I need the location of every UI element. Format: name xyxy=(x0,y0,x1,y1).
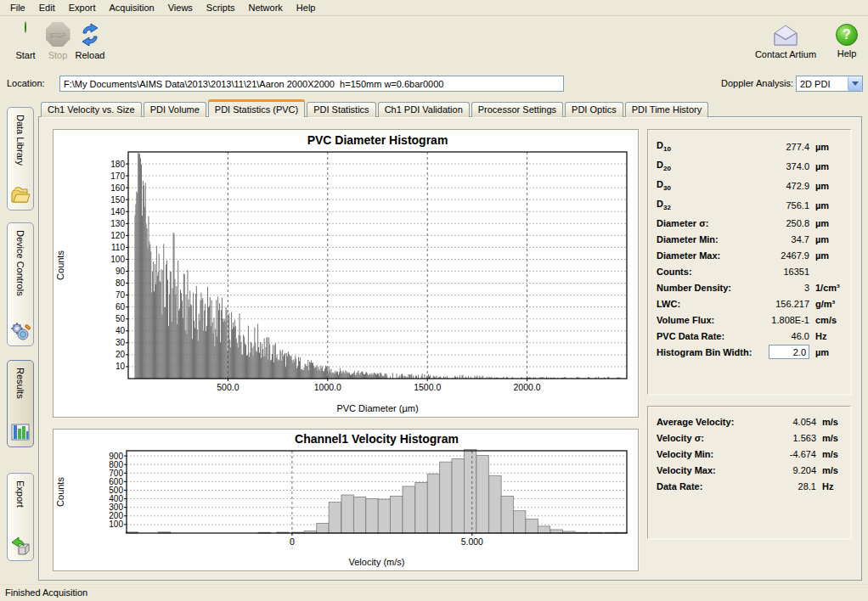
pvc-stats-panel: D10277.4µmD20374.0µmD30472.9µmD32756.1µm… xyxy=(647,129,851,395)
sidebar-item-label: Device Controls xyxy=(15,230,25,296)
sidebar-item-results[interactable]: Results xyxy=(7,360,34,447)
stat-value: 34.7 xyxy=(792,234,809,244)
stat-label: Average Velocity: xyxy=(657,417,734,427)
svg-text:20: 20 xyxy=(116,350,126,359)
svg-text:PVC Diameter (µm): PVC Diameter (µm) xyxy=(336,403,418,413)
chevron-down-icon[interactable] xyxy=(848,76,862,91)
tab-pdi-volume[interactable]: PDI Volume xyxy=(144,102,206,117)
velocity-stats-panel: Average Velocity:4.054m/sVelocity σ:1.56… xyxy=(647,406,851,539)
tab-pdi-statistics-pvc[interactable]: PDI Statistics (PVC) xyxy=(208,99,305,117)
stat-label: Histogram Bin Width: xyxy=(657,347,752,357)
svg-text:Counts: Counts xyxy=(55,477,65,507)
status-bar: Finished Acquisition xyxy=(0,584,868,601)
status-text: Finished Acquisition xyxy=(5,587,87,598)
stat-unit: µm xyxy=(809,142,842,152)
svg-text:100: 100 xyxy=(110,255,125,264)
svg-text:50: 50 xyxy=(116,314,126,323)
location-label: Location: xyxy=(7,78,45,88)
tab-pdi-optics[interactable]: PDI Optics xyxy=(565,102,623,117)
menu-item-edit[interactable]: Edit xyxy=(32,1,62,14)
stat-unit: m/s xyxy=(816,433,842,443)
stat-label: Velocity Max: xyxy=(657,465,716,475)
stat-unit: m/s xyxy=(816,465,842,475)
sidebar-item-export[interactable]: Export xyxy=(7,473,34,561)
stat-row: PVC Data Rate:46.0Hz xyxy=(657,328,842,344)
stat-row: Diameter σ:250.8µm xyxy=(657,215,842,231)
stat-row: Number Density:31/cm³ xyxy=(657,279,842,295)
svg-text:90: 90 xyxy=(116,267,126,276)
svg-text:700: 700 xyxy=(109,469,123,478)
contact-artium-button[interactable]: Contact Artium xyxy=(752,22,819,59)
reload-button[interactable]: Reload xyxy=(66,22,114,60)
tab-ch1-velocity-vs-size[interactable]: Ch1 Velocity vs. Size xyxy=(41,102,142,117)
menu-item-export[interactable]: Export xyxy=(62,1,103,14)
stat-label: Diameter Min: xyxy=(657,234,719,244)
stat-unit: Hz xyxy=(816,481,842,491)
stat-label: Velocity σ: xyxy=(657,433,704,443)
toolbar: Start STOP Stop Reload Contact xyxy=(0,17,868,71)
stat-row: Velocity Max:9.204m/s xyxy=(657,462,842,478)
stat-value: 4.054 xyxy=(792,417,816,427)
tab-pdi-statistics[interactable]: PDI Statistics xyxy=(307,102,375,117)
sidebar-item-label: Export xyxy=(15,480,25,508)
stat-label: PVC Data Rate: xyxy=(657,331,724,341)
sidebar-item-data-library[interactable]: Data Library xyxy=(7,107,34,211)
svg-text:170: 170 xyxy=(110,171,125,181)
svg-text:500: 500 xyxy=(109,486,123,495)
tab-processor-settings[interactable]: Processor Settings xyxy=(471,102,563,117)
channel1-velocity-histogram-svg: Channel1 Velocity HistogramCountsVelocit… xyxy=(54,430,638,570)
gears-icon xyxy=(10,321,31,341)
stat-label: D30 xyxy=(657,179,671,192)
stat-row: D20374.0µm xyxy=(657,156,842,176)
svg-text:600: 600 xyxy=(109,477,123,486)
location-input[interactable] xyxy=(59,76,564,92)
stat-row: Average Velocity:4.054m/s xyxy=(657,413,842,430)
doppler-analysis-select[interactable]: 2D PDI xyxy=(796,76,863,92)
location-row: Location: Doppler Analysis: 2D PDI xyxy=(0,73,868,95)
svg-text:0: 0 xyxy=(290,536,295,547)
svg-text:900: 900 xyxy=(109,452,123,461)
stat-row: D30472.9µm xyxy=(657,176,842,195)
histogram-bin-width-input[interactable] xyxy=(769,345,809,359)
svg-text:40: 40 xyxy=(116,326,126,335)
stat-label: Data Rate: xyxy=(657,481,702,491)
menu-item-network[interactable]: Network xyxy=(241,1,289,14)
stat-unit: µm xyxy=(809,234,842,244)
reload-icon xyxy=(77,22,103,48)
menu-item-acquisition[interactable]: Acquisition xyxy=(103,1,161,14)
tab-pdi-time-history[interactable]: PDI Time History xyxy=(625,102,709,117)
stat-label: D32 xyxy=(657,199,671,211)
svg-text:120: 120 xyxy=(110,231,125,240)
svg-text:5.000: 5.000 xyxy=(461,536,483,547)
stat-label: LWC: xyxy=(657,299,680,309)
svg-text:180: 180 xyxy=(110,160,125,169)
stat-value: 250.8 xyxy=(786,218,809,228)
menu-item-file[interactable]: File xyxy=(3,1,32,14)
stat-label: Number Density: xyxy=(657,283,731,293)
stat-label: D10 xyxy=(657,140,671,153)
svg-text:60: 60 xyxy=(116,302,126,312)
menu-item-views[interactable]: Views xyxy=(161,1,200,14)
stat-value: 16351 xyxy=(783,267,809,277)
stat-label: Diameter σ: xyxy=(657,218,708,228)
help-button[interactable]: ? Help xyxy=(832,22,861,59)
bar-chart-icon xyxy=(10,422,31,442)
svg-text:Channel1 Velocity Histogram: Channel1 Velocity Histogram xyxy=(295,432,459,446)
sidebar-item-label: Data Library xyxy=(15,115,25,166)
stat-unit: g/m³ xyxy=(809,299,842,309)
svg-text:1000.0: 1000.0 xyxy=(314,382,341,392)
sidebar-item-device-controls[interactable]: Device Controls xyxy=(7,222,34,346)
envelope-icon xyxy=(772,25,799,47)
stat-row: Diameter Min:34.7µm xyxy=(657,231,842,247)
stat-unit: µm xyxy=(809,250,842,261)
tab-ch1-pdi-validation[interactable]: Ch1 PDI Validation xyxy=(378,102,470,117)
stat-unit: µm xyxy=(809,347,842,357)
stat-row: Counts:16351 xyxy=(657,263,842,279)
menu-item-help[interactable]: Help xyxy=(290,1,323,14)
svg-text:Velocity (m/s): Velocity (m/s) xyxy=(348,557,404,567)
menu-item-scripts[interactable]: Scripts xyxy=(200,1,242,14)
stat-unit: µm xyxy=(809,181,842,191)
svg-text:2000.0: 2000.0 xyxy=(514,382,541,392)
stat-value: 1.808E-1 xyxy=(771,315,809,325)
help-button-label: Help xyxy=(837,48,857,59)
